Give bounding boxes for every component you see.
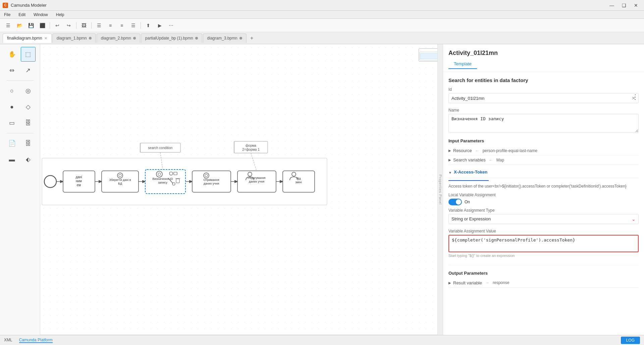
tb-undo[interactable]: ↩ <box>52 20 63 31</box>
svg-text:запису: запису <box>158 181 168 184</box>
local-var-toggle[interactable] <box>448 199 462 205</box>
id-input[interactable] <box>451 96 632 101</box>
var-type-select[interactable]: String or Expression ⌄ <box>448 214 639 224</box>
tb-align4[interactable]: ☰ <box>128 20 139 31</box>
x-access-token-label: X-Access-Token <box>454 169 487 175</box>
hand-tool[interactable]: ✋ <box>5 47 19 62</box>
resource-dir-arrow: ← <box>475 148 479 153</box>
bottom-left: XML Camunda Platform <box>4 338 53 343</box>
menu-help[interactable]: Help <box>55 12 66 18</box>
x-access-token-desc: Access token of the user<br/>${initiator… <box>448 184 639 189</box>
arrow-tool[interactable]: ↗ <box>21 63 36 78</box>
svg-rect-1 <box>420 53 438 59</box>
properties-panel-handle[interactable]: Properties Panel <box>437 44 443 335</box>
sep-2 <box>76 22 76 29</box>
diamond-tool[interactable]: ◇ <box>21 99 36 114</box>
properties-panel-label: Properties Panel <box>438 175 442 205</box>
result-var-label: Result variable <box>453 280 482 285</box>
lasso-tool[interactable]: ⬖ <box>21 152 36 167</box>
var-value-textarea[interactable]: ${completer('signPersonalProfile').acces… <box>452 237 635 248</box>
var-type-value: String or Expression <box>451 216 491 221</box>
select-tool[interactable]: ⬚ <box>21 47 36 62</box>
bottom-platform[interactable]: Camunda Platform <box>19 338 53 343</box>
tool-row-5: ▭ 🗄 <box>5 116 36 130</box>
tab-3[interactable]: partialUpdate_bp (1).bpmn <box>141 33 202 43</box>
svg-text:search condition: search condition <box>148 146 173 150</box>
tb-new[interactable]: ☰ <box>3 20 13 31</box>
tb-align3[interactable]: ≡ <box>116 20 127 31</box>
result-variable-row[interactable]: ▶ Result variable → response <box>448 278 639 288</box>
menu-window[interactable]: Window <box>32 12 49 18</box>
rect-small-tool[interactable]: ▬ <box>5 152 19 167</box>
add-tab-btn[interactable]: + <box>247 33 257 43</box>
search-vars-dir-arrow: ← <box>489 158 493 162</box>
panel-tabs: Template <box>448 59 639 69</box>
resource-label: Resource <box>453 148 472 153</box>
maximize-btn[interactable]: ❑ <box>619 0 629 11</box>
tab-1[interactable]: diagram_1.bpmn <box>52 33 96 43</box>
search-vars-arrow: ▶ <box>448 158 451 162</box>
resource-row[interactable]: ▶ Resource ← person-profile-equal-last-n… <box>448 146 639 155</box>
tab-close-0[interactable]: ✕ <box>44 36 47 41</box>
rect-tool[interactable]: ▭ <box>5 116 19 130</box>
tb-save[interactable]: 💾 <box>25 20 36 31</box>
toggle-knob <box>456 199 461 205</box>
circle-thick-tool[interactable]: ◎ <box>21 83 36 98</box>
tb-upload[interactable]: ⬆ <box>143 20 154 31</box>
circle-empty-tool[interactable]: ○ <box>5 83 19 98</box>
panel-tab-template[interactable]: Template <box>448 59 477 69</box>
svg-text:Під: Під <box>296 177 301 180</box>
search-variables-row[interactable]: ▶ Search variables ← Map <box>448 155 639 165</box>
svg-text:даних учня: даних учня <box>249 180 264 183</box>
tab-2[interactable]: diagram_2.bpmn <box>97 33 140 43</box>
tb-redo[interactable]: ↪ <box>63 20 74 31</box>
tb-open[interactable]: 📂 <box>14 20 25 31</box>
connect-tool[interactable]: ⇔ <box>5 63 19 78</box>
properties-panel: Activity_01l21mn Template ⋮ Search for e… <box>443 44 644 335</box>
toolbar: ☰ 📂 💾 ⬛ ↩ ↪ 🖼 ☰ ≡ ≡ ☰ ⬆ ▶ ⋯ <box>0 19 644 32</box>
svg-text:зміні: зміні <box>295 181 302 184</box>
tool-row-1: ✋ ⬚ <box>5 47 36 62</box>
more-options-btn[interactable]: ⋮ <box>632 93 639 101</box>
tab-label-2: diagram_2.bpmn <box>101 36 131 41</box>
var-value-label: Variable Assignment Value <box>448 229 639 233</box>
svg-text:ним: ним <box>76 179 82 183</box>
local-var-label: Local Variable Assignment <box>448 193 639 197</box>
tool-row-6: 📄 🗄 <box>5 136 36 151</box>
svg-text:Отримання: Отримання <box>203 178 219 182</box>
menu-edit[interactable]: Edit <box>17 12 27 18</box>
tab-4[interactable]: diagram_3.bpmn <box>203 33 247 43</box>
circle-bold-tool[interactable]: ● <box>5 99 19 114</box>
db-tool[interactable]: 🗄 <box>21 116 36 130</box>
tb-align1[interactable]: ☰ <box>94 20 104 31</box>
menu-file[interactable]: File <box>3 12 12 18</box>
x-access-token-underline <box>448 180 489 181</box>
sep-1 <box>50 22 50 29</box>
doc-tool[interactable]: 📄 <box>5 136 19 151</box>
bottom-xml[interactable]: XML <box>4 338 12 343</box>
toggle-state-label: On <box>465 200 470 204</box>
canvas[interactable]: дані ним ем Зберегти дані в БД Визначенн… <box>40 44 443 335</box>
tb-play[interactable]: ▶ <box>154 20 165 31</box>
tab-0[interactable]: finalkdiagram.bpmn ✕ <box>3 33 52 43</box>
minimap[interactable] <box>419 48 439 62</box>
result-var-value: response <box>493 280 509 285</box>
output-params-title: Output Parameters <box>448 271 639 276</box>
log-button[interactable]: LOG <box>621 337 640 344</box>
minimize-btn[interactable]: — <box>606 0 617 11</box>
svg-text:даних учня: даних учня <box>204 182 219 185</box>
tb-image[interactable]: 🖼 <box>78 20 89 31</box>
tb-export[interactable]: ⬛ <box>37 20 48 31</box>
tb-align2[interactable]: ≡ <box>105 20 116 31</box>
close-btn[interactable]: ✕ <box>631 0 641 11</box>
name-label: Name <box>448 108 639 113</box>
x-access-token-header[interactable]: ▼ X-Access-Token <box>448 167 639 178</box>
canvas-divider <box>40 335 443 335</box>
x-access-token-section: ▼ X-Access-Token Access token of the use… <box>448 165 639 265</box>
db2-tool[interactable]: 🗄 <box>21 136 36 151</box>
menu-bar: File Edit Window Help <box>0 11 644 19</box>
name-input[interactable]: Визначення ID запису <box>448 114 639 133</box>
tb-more[interactable]: ⋯ <box>166 20 176 31</box>
x-access-token-expand-arrow: ▼ <box>448 171 452 175</box>
svg-point-3 <box>44 176 56 188</box>
